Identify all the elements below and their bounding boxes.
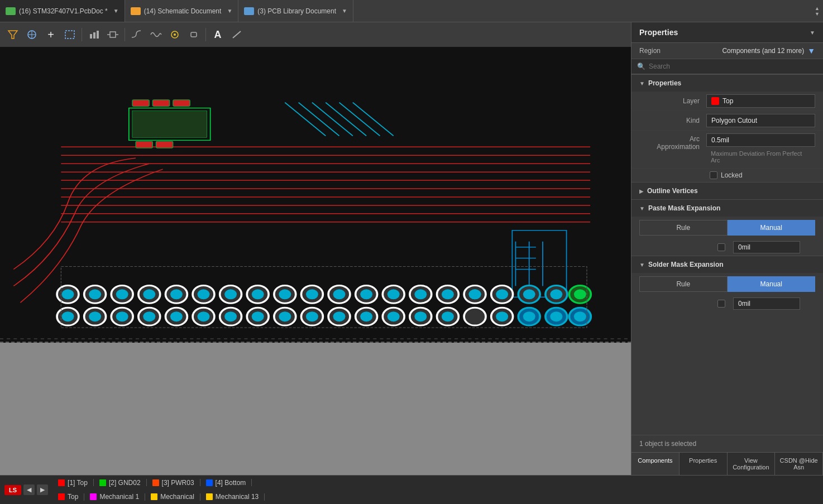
- line-button[interactable]: [228, 26, 245, 43]
- paste-mask-checkbox[interactable]: [717, 243, 725, 251]
- wave-button[interactable]: [147, 26, 164, 43]
- solder-mask-arrow: ▼: [639, 262, 645, 268]
- tab-pcblib[interactable]: (3) PCB Library Document ▼: [238, 0, 353, 22]
- layer-color-top2: [58, 493, 65, 500]
- components-tab[interactable]: Components: [631, 453, 680, 475]
- scroll-up-icon[interactable]: ▲: [815, 6, 820, 11]
- status-left: LS ◀ ▶: [0, 484, 52, 495]
- layer-tab-mech1[interactable]: Mechanical 1: [84, 493, 145, 501]
- solder-mask-checkbox[interactable]: [717, 300, 725, 308]
- solder-mask-input[interactable]: [733, 297, 800, 310]
- layer-label-pwr03: [3] PWR03: [162, 479, 194, 487]
- svg-point-83: [550, 289, 562, 299]
- layer-value[interactable]: Top: [706, 94, 815, 108]
- solder-mask-manual-btn[interactable]: Manual: [728, 276, 816, 292]
- layer-tab-mech13[interactable]: Mechanical 13: [200, 493, 265, 501]
- ls-button[interactable]: LS: [4, 485, 21, 495]
- layer-color-top: [58, 479, 65, 486]
- svg-point-59: [224, 289, 237, 299]
- layer-color-mech1: [90, 493, 97, 500]
- filter-button[interactable]: [4, 26, 21, 43]
- svg-point-117: [469, 289, 481, 299]
- hide-asn-tab[interactable]: CSDN @Hide Asn: [775, 453, 823, 475]
- svg-point-79: [496, 289, 508, 299]
- arc-value[interactable]: 0.5mil: [706, 133, 815, 147]
- select-button[interactable]: [23, 26, 40, 43]
- solder-mask-rule-btn[interactable]: Rule: [639, 276, 728, 292]
- properties-tab[interactable]: Properties: [680, 453, 728, 475]
- layer-tab-gnd02[interactable]: [2] GND02: [94, 479, 147, 486]
- solder-mask-section-header[interactable]: ▼ Solder Mask Expansion: [631, 256, 823, 273]
- paste-mask-section-header[interactable]: ▼ Paste Mask Expansion: [631, 199, 823, 217]
- svg-point-75: [442, 289, 454, 299]
- pcb-canvas[interactable]: [0, 47, 631, 475]
- layer-tab-mechanical[interactable]: Mechanical: [145, 493, 200, 501]
- tab-pcb[interactable]: (16) STM32F407V1.PcbDoc * ▼: [0, 0, 125, 22]
- layer-label-mechanical: Mechanical: [160, 493, 194, 501]
- via-button[interactable]: [166, 26, 183, 43]
- properties-section-arrow: ▼: [639, 80, 645, 87]
- chart-button[interactable]: [85, 26, 102, 43]
- svg-rect-34: [173, 100, 190, 107]
- add-button[interactable]: +: [42, 26, 59, 43]
- kind-label: Kind: [639, 117, 706, 124]
- outline-section-title: Outline Vertices: [647, 187, 698, 195]
- locked-checkbox[interactable]: [710, 171, 717, 179]
- layer-color-dot: [711, 97, 719, 105]
- svg-point-89: [89, 311, 101, 321]
- scroll-down-icon[interactable]: ▼: [815, 11, 820, 17]
- svg-point-65: [306, 289, 318, 299]
- svg-point-69: [360, 289, 372, 299]
- layer-row-1: [1] Top [2] GND02 [3] PWR03 [4] Bottom: [52, 476, 823, 490]
- tab-schematic[interactable]: (14) Schematic Document ▼: [125, 0, 239, 22]
- layer-tab-pwr03[interactable]: [3] PWR03: [147, 479, 200, 486]
- nav-prev-btn[interactable]: ◀: [23, 484, 35, 495]
- tab-pcblib-icon: [244, 7, 254, 15]
- layer-label-mech1: Mechanical 1: [99, 493, 139, 501]
- top-bar: (16) STM32F407V1.PcbDoc * ▼ (14) Schemat…: [0, 0, 823, 22]
- kind-value[interactable]: Polygon Cutout: [706, 114, 815, 127]
- component-button[interactable]: [104, 26, 121, 43]
- pad-button[interactable]: [185, 26, 202, 43]
- arc-hint-text: Maximum Deviation From Perfect Arc: [711, 150, 811, 164]
- svg-line-14: [233, 31, 241, 38]
- status-text: 1 object is selected: [639, 440, 696, 448]
- canvas-area: +: [0, 22, 631, 475]
- route-button[interactable]: [128, 26, 145, 43]
- tab-pcblib-dropdown[interactable]: ▼: [342, 8, 347, 14]
- toolbar-sep-1: [82, 28, 82, 41]
- svg-point-63: [279, 289, 291, 299]
- svg-point-12: [174, 33, 176, 36]
- pcb-view-top[interactable]: [0, 47, 631, 343]
- arc-text: 0.5mil: [711, 136, 729, 144]
- tab-schematic-dropdown[interactable]: ▼: [227, 8, 232, 14]
- layer-label-top: [1] Top: [68, 479, 88, 487]
- layer-tab-bottom[interactable]: [4] Bottom: [200, 479, 252, 486]
- outline-section-header[interactable]: ▶ Outline Vertices: [631, 182, 823, 199]
- properties-section-header[interactable]: ▼ Properties: [631, 74, 823, 92]
- svg-point-103: [279, 311, 291, 321]
- filter-icon[interactable]: ▼: [807, 46, 815, 55]
- view-config-tab[interactable]: View Configuration: [728, 453, 776, 475]
- properties-panel-header: Properties ▼: [631, 22, 823, 43]
- nav-next-btn[interactable]: ▶: [37, 484, 48, 495]
- paste-mask-rule-btn[interactable]: Rule: [639, 220, 728, 236]
- text-button[interactable]: A: [209, 26, 226, 43]
- layer-label-top2: Top: [68, 493, 78, 501]
- tab-scroll-controls[interactable]: ▲ ▼: [815, 6, 823, 17]
- search-icon: 🔍: [637, 63, 645, 70]
- tab-pcb-dropdown[interactable]: ▼: [113, 8, 119, 14]
- svg-point-61: [252, 289, 264, 299]
- paste-mask-manual-btn[interactable]: Manual: [728, 220, 816, 236]
- layer-tab-top[interactable]: [1] Top: [52, 479, 94, 486]
- search-input[interactable]: [649, 63, 817, 70]
- properties-section-title: Properties: [648, 79, 681, 87]
- svg-point-85: [574, 289, 586, 299]
- svg-point-113: [414, 311, 427, 321]
- layer-tab-top-label[interactable]: Top: [52, 493, 84, 501]
- rect-select-button[interactable]: [61, 26, 78, 43]
- properties-panel-arrow[interactable]: ▼: [810, 30, 815, 36]
- paste-mask-input[interactable]: [733, 241, 800, 253]
- kind-text: Polygon Cutout: [711, 117, 757, 124]
- pcb-view-bottom[interactable]: [0, 343, 631, 475]
